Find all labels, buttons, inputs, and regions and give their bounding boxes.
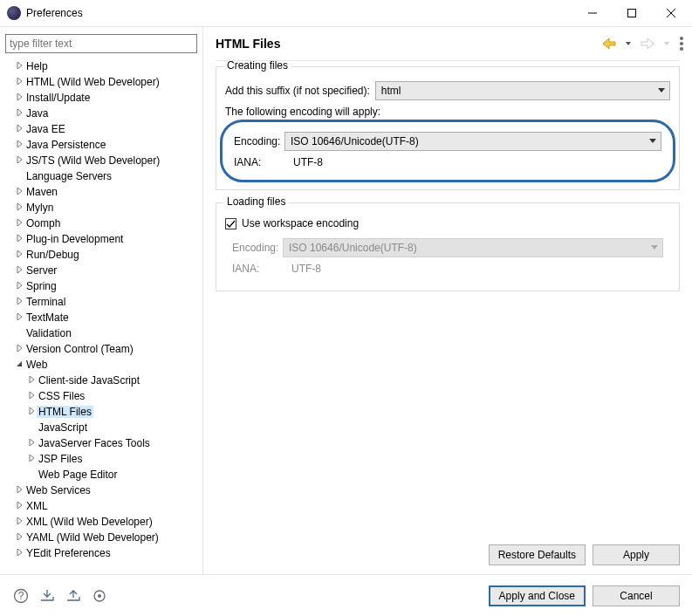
chevron-right-icon[interactable]	[14, 298, 24, 305]
chevron-down-icon	[648, 135, 657, 147]
tree-item[interactable]: Version Control (Team)	[2, 341, 202, 357]
tree-item[interactable]: HTML (Wild Web Developer)	[2, 74, 202, 90]
chevron-right-icon[interactable]	[14, 156, 24, 163]
tree-item[interactable]: Web Services	[2, 483, 202, 498]
tree-item[interactable]: Web Page Editor	[2, 467, 202, 483]
chevron-right-icon[interactable]	[14, 93, 24, 100]
tree-item[interactable]: Language Servers	[2, 168, 202, 184]
tree-item[interactable]: Java	[2, 106, 202, 121]
chevron-right-icon[interactable]	[26, 392, 37, 399]
chevron-right-icon[interactable]	[14, 125, 24, 132]
chevron-right-icon[interactable]	[14, 502, 24, 509]
tree-item[interactable]: Install/Update	[2, 90, 202, 106]
chevron-right-icon[interactable]	[14, 345, 24, 352]
forward-button[interactable]	[640, 36, 655, 51]
filter-input[interactable]	[5, 34, 197, 53]
tree-item[interactable]: Client-side JavaScript	[2, 373, 202, 388]
cancel-button[interactable]: Cancel	[593, 585, 680, 606]
export-icon[interactable]	[65, 587, 82, 605]
chevron-down-icon[interactable]	[14, 360, 24, 367]
tree-item[interactable]: Maven	[2, 184, 202, 200]
suffix-select[interactable]: html	[375, 81, 670, 100]
tree-item-label: YEdit Preferences	[24, 547, 113, 559]
chevron-right-icon[interactable]	[26, 407, 37, 414]
encoding-select[interactable]: ISO 10646/Unicode(UTF-8)	[284, 132, 661, 151]
tree-item[interactable]: Oomph	[2, 216, 202, 231]
tree-item[interactable]: JS/TS (Wild Web Developer)	[2, 153, 202, 168]
tree-item[interactable]: Spring	[2, 278, 202, 294]
tree-item[interactable]: Mylyn	[2, 200, 202, 216]
encoding-note: The following encoding will apply:	[225, 106, 380, 118]
chevron-right-icon[interactable]	[26, 439, 37, 446]
chevron-right-icon[interactable]	[14, 250, 24, 257]
chevron-right-icon[interactable]	[14, 203, 24, 210]
tree-item[interactable]: Terminal	[2, 294, 202, 310]
restore-defaults-button[interactable]: Restore Defaults	[489, 544, 586, 565]
chevron-right-icon[interactable]	[14, 517, 24, 524]
tree-item[interactable]: JavaServer Faces Tools	[2, 435, 202, 451]
forward-dropdown-icon[interactable]	[659, 36, 675, 51]
chevron-right-icon[interactable]	[14, 313, 24, 320]
svg-text:?: ?	[18, 590, 24, 602]
titlebar: Preferences	[0, 0, 692, 26]
tree-item[interactable]: JavaScript	[2, 420, 202, 435]
tree-item-label: XML (Wild Web Developer)	[24, 516, 154, 528]
chevron-right-icon[interactable]	[14, 62, 24, 69]
back-button[interactable]	[601, 36, 617, 51]
highlight-annotation	[220, 120, 675, 182]
import-icon[interactable]	[38, 587, 56, 605]
chevron-right-icon[interactable]	[14, 533, 24, 540]
tree-item[interactable]: Run/Debug	[2, 247, 202, 263]
tree-item[interactable]: HTML Files	[2, 404, 202, 420]
chevron-right-icon[interactable]	[14, 235, 24, 242]
back-dropdown-icon[interactable]	[620, 36, 636, 51]
apply-and-close-button[interactable]: Apply and Close	[489, 585, 586, 606]
tree-item[interactable]: JSP Files	[2, 451, 202, 467]
tree-item[interactable]: Java Persistence	[2, 137, 202, 153]
preferences-tree[interactable]: HelpHTML (Wild Web Developer)Install/Upd…	[0, 57, 202, 574]
tree-item[interactable]: Help	[2, 58, 202, 74]
tree-item-label: Validation	[24, 327, 73, 339]
window-title: Preferences	[26, 7, 572, 19]
tree-item-label: Java Persistence	[24, 139, 107, 151]
chevron-right-icon[interactable]	[26, 455, 37, 462]
tree-item[interactable]: Web	[2, 357, 202, 373]
chevron-right-icon[interactable]	[14, 282, 24, 289]
chevron-right-icon[interactable]	[14, 219, 24, 226]
use-workspace-label: Use workspace encoding	[242, 217, 359, 229]
tree-item[interactable]: YEdit Preferences	[2, 545, 202, 561]
tree-item[interactable]: YAML (Wild Web Developer)	[2, 530, 202, 545]
tree-item[interactable]: Java EE	[2, 121, 202, 137]
eclipse-icon	[7, 6, 21, 20]
help-icon[interactable]: ?	[12, 587, 30, 605]
oomph-icon[interactable]	[91, 587, 108, 605]
tree-item[interactable]: Server	[2, 263, 202, 278]
tree-item[interactable]: TextMate	[2, 310, 202, 325]
tree-item[interactable]: Validation	[2, 325, 202, 341]
tree-item[interactable]: Plug-in Development	[2, 231, 202, 247]
chevron-right-icon[interactable]	[14, 266, 24, 273]
minimize-button[interactable]	[572, 0, 612, 26]
chevron-right-icon[interactable]	[14, 140, 24, 147]
tree-item-label: YAML (Wild Web Developer)	[24, 531, 161, 544]
maximize-button[interactable]	[612, 0, 651, 26]
tree-item-label: HTML Files	[37, 406, 93, 418]
chevron-right-icon[interactable]	[14, 78, 24, 85]
view-menu-icon[interactable]	[680, 37, 683, 51]
tree-item[interactable]: XML	[2, 498, 202, 514]
tree-item[interactable]: CSS Files	[2, 388, 202, 404]
apply-button[interactable]: Apply	[593, 544, 680, 565]
chevron-right-icon[interactable]	[14, 549, 24, 556]
chevron-right-icon[interactable]	[14, 188, 24, 195]
chevron-right-icon[interactable]	[14, 486, 24, 493]
tree-item-label: XML	[24, 500, 50, 512]
use-workspace-encoding-checkbox[interactable]: Use workspace encoding	[225, 217, 359, 229]
close-button[interactable]	[651, 0, 690, 26]
chevron-right-icon[interactable]	[14, 109, 24, 116]
tree-item[interactable]: XML (Wild Web Developer)	[2, 514, 202, 530]
footer: ? Apply and Close Cancel	[0, 574, 692, 616]
tree-item-label: Run/Debug	[24, 249, 81, 261]
chevron-down-icon	[650, 242, 659, 254]
svg-point-7	[98, 594, 101, 598]
chevron-right-icon[interactable]	[26, 376, 37, 383]
